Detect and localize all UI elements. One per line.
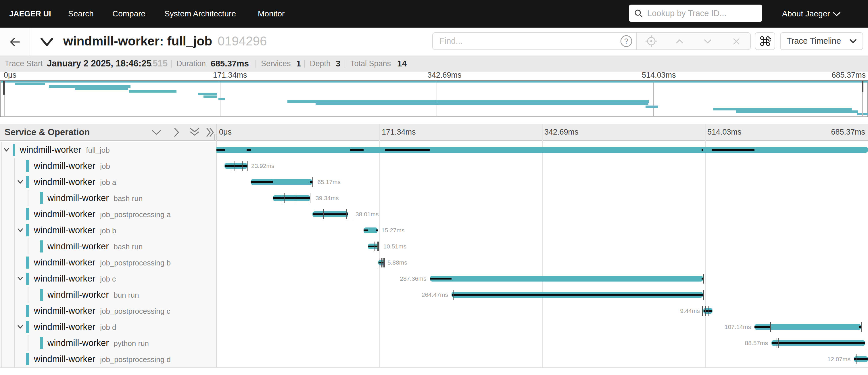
svg-text:?: ? xyxy=(624,37,628,46)
